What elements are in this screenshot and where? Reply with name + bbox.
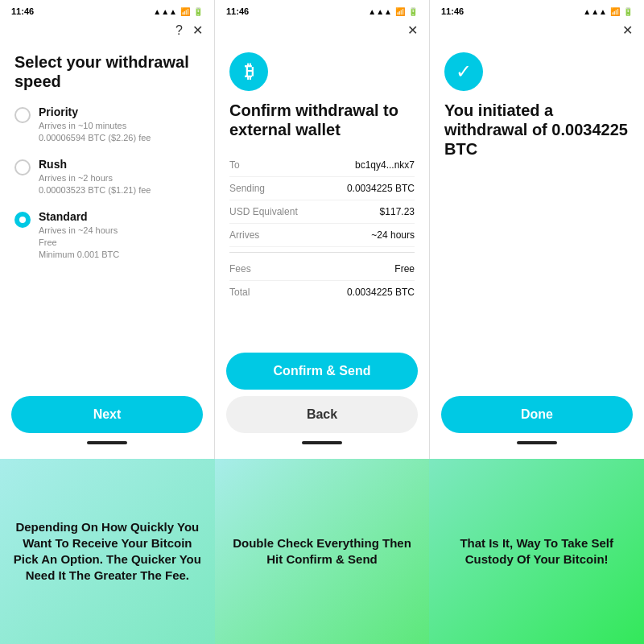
wifi-icon-2: 📶 — [395, 7, 405, 16]
battery-icon-3: 🔋 — [623, 7, 633, 16]
done-button[interactable]: Done — [441, 396, 633, 433]
home-indicator-1 — [87, 441, 127, 444]
check-icon: ✓ — [444, 52, 483, 91]
status-icons-1: ▲▲▲ 📶 🔋 — [153, 7, 203, 16]
time-3: 11:46 — [441, 6, 464, 16]
caption-text-2: Double Check Everything Then Hit Confirm… — [228, 535, 417, 568]
confirm-row-fees: Fees Free — [229, 258, 415, 281]
screen1-title: Select your withdrawal speed — [14, 52, 200, 91]
table-divider — [229, 252, 415, 253]
rush-desc2: 0.00003523 BTC ($1.21) fee — [39, 184, 151, 196]
battery-icon-2: 🔋 — [408, 7, 418, 16]
time-1: 11:46 — [11, 6, 34, 16]
confirm-row-usd: USD Equivalent $117.23 — [229, 200, 415, 224]
rush-desc1: Arrives in ~2 hours — [39, 172, 151, 184]
screen3-content: ✓ You initiated a withdrawal of 0.003422… — [430, 44, 644, 388]
confirm-row-to: To bc1qy4...nkx7 — [229, 154, 415, 177]
radio-rush[interactable] — [14, 159, 31, 175]
status-icons-2: ▲▲▲ 📶 🔋 — [368, 7, 418, 16]
help-icon[interactable]: ? — [175, 23, 183, 38]
value-total: 0.0034225 BTC — [347, 287, 415, 298]
priority-label: Priority — [39, 105, 151, 118]
label-to: To — [229, 159, 240, 171]
option-rush-text: Rush Arrives in ~2 hours 0.00003523 BTC … — [39, 158, 151, 197]
option-standard[interactable]: Standard Arrives in ~24 hours Free Minim… — [14, 210, 200, 262]
rush-label: Rush — [39, 158, 151, 171]
check-symbol: ✓ — [456, 60, 472, 83]
home-indicator-3 — [517, 441, 557, 444]
wifi-icon: 📶 — [180, 7, 190, 16]
confirm-row-total: Total 0.0034225 BTC — [229, 281, 415, 303]
btc-symbol: ₿ — [245, 61, 254, 82]
screen1-content: Select your withdrawal speed Priority Ar… — [0, 44, 214, 388]
standard-desc2: Free — [39, 237, 119, 249]
btc-icon: ₿ — [229, 52, 268, 91]
captions-row: Depending On How Quickly You Want To Rec… — [0, 459, 644, 644]
screen1-footer: Next — [0, 388, 214, 459]
signal-icon-3: ▲▲▲ — [583, 7, 607, 16]
screen2-title: Confirm withdrawal to external wallet — [229, 101, 415, 139]
battery-icon: 🔋 — [193, 7, 203, 16]
status-icons-3: ▲▲▲ 📶 🔋 — [583, 7, 633, 16]
caption-text-1: Depending On How Quickly You Want To Rec… — [13, 519, 202, 584]
close-icon-3[interactable]: ✕ — [622, 23, 633, 38]
value-to: bc1qy4...nkx7 — [355, 159, 415, 171]
label-total: Total — [229, 287, 250, 298]
time-2: 11:46 — [226, 6, 249, 16]
radio-priority[interactable] — [14, 107, 31, 123]
option-priority-text: Priority Arrives in ~10 minutes 0.000065… — [39, 105, 151, 145]
screen2-header: ✕ — [215, 19, 429, 44]
priority-desc2: 0.00006594 BTC ($2.26) fee — [39, 132, 151, 144]
option-priority[interactable]: Priority Arrives in ~10 minutes 0.000065… — [14, 105, 200, 145]
screen3-footer: Done — [430, 388, 644, 459]
signal-icon: ▲▲▲ — [153, 7, 177, 16]
screen1-header: ? ✕ — [0, 19, 214, 44]
value-sending: 0.0034225 BTC — [347, 183, 415, 194]
home-indicator-2 — [302, 441, 342, 444]
priority-desc1: Arrives in ~10 minutes — [39, 120, 151, 132]
standard-desc1: Arrives in ~24 hours — [39, 225, 119, 237]
standard-desc3: Minimum 0.001 BTC — [39, 249, 119, 261]
option-rush[interactable]: Rush Arrives in ~2 hours 0.00003523 BTC … — [14, 158, 200, 197]
label-usd: USD Equivalent — [229, 206, 298, 217]
screen3-title: You initiated a withdrawal of 0.0034225 … — [444, 101, 630, 159]
status-bar-1: 11:46 ▲▲▲ 📶 🔋 — [0, 0, 214, 19]
confirm-table: To bc1qy4...nkx7 Sending 0.0034225 BTC U… — [229, 154, 415, 303]
label-sending: Sending — [229, 183, 265, 194]
close-icon-2[interactable]: ✕ — [407, 23, 418, 38]
screen-confirm: 11:46 ▲▲▲ 📶 🔋 ✕ ₿ Confirm withdrawal to … — [215, 0, 430, 459]
screen3-header: ✕ — [430, 19, 644, 44]
option-standard-text: Standard Arrives in ~24 hours Free Minim… — [39, 210, 119, 262]
screen2-content: ₿ Confirm withdrawal to external wallet … — [215, 44, 429, 345]
caption-1: Depending On How Quickly You Want To Rec… — [0, 459, 215, 644]
screen2-footer: Confirm & Send Back — [215, 345, 429, 459]
close-icon-1[interactable]: ✕ — [192, 23, 203, 38]
caption-text-3: That Is It, Way To Take Self Custody Of … — [442, 535, 631, 568]
confirm-send-button[interactable]: Confirm & Send — [226, 353, 418, 390]
value-usd: $117.23 — [380, 206, 415, 217]
signal-icon-2: ▲▲▲ — [368, 7, 392, 16]
confirm-row-arrives: Arrives ~24 hours — [229, 224, 415, 247]
confirm-row-sending: Sending 0.0034225 BTC — [229, 177, 415, 200]
status-bar-2: 11:46 ▲▲▲ 📶 🔋 — [215, 0, 429, 19]
caption-3: That Is It, Way To Take Self Custody Of … — [429, 459, 644, 644]
screen-success: 11:46 ▲▲▲ 📶 🔋 ✕ ✓ You initiated a withdr… — [430, 0, 644, 459]
status-bar-3: 11:46 ▲▲▲ 📶 🔋 — [430, 0, 644, 19]
label-fees: Fees — [229, 263, 251, 275]
wifi-icon-3: 📶 — [610, 7, 620, 16]
back-button[interactable]: Back — [226, 396, 418, 433]
caption-2: Double Check Everything Then Hit Confirm… — [215, 459, 430, 644]
value-fees: Free — [394, 263, 415, 275]
radio-standard[interactable] — [14, 212, 31, 228]
next-button[interactable]: Next — [11, 396, 203, 433]
screen-withdrawal-speed: 11:46 ▲▲▲ 📶 🔋 ? ✕ Select your withdrawal… — [0, 0, 215, 459]
value-arrives: ~24 hours — [371, 229, 415, 241]
standard-label: Standard — [39, 210, 119, 223]
label-arrives: Arrives — [229, 229, 259, 241]
